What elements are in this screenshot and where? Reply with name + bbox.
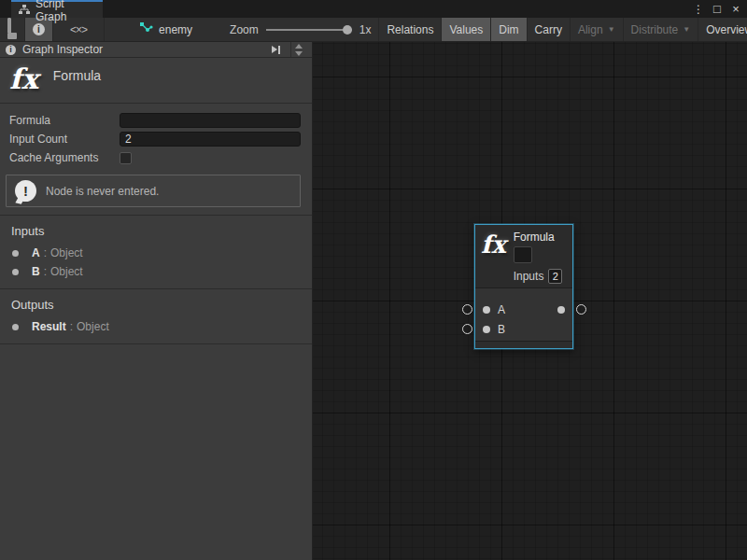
outputs-header: Outputs xyxy=(0,296,312,317)
titlebar: Script Graph ⋮ □ × xyxy=(0,0,747,18)
relations-button[interactable]: Relations xyxy=(378,18,441,41)
carry-button[interactable]: Carry xyxy=(527,18,570,41)
node-port-row-b: B xyxy=(483,319,565,339)
unit-title-block: fx Formula xyxy=(0,58,312,104)
code-icon: <×> xyxy=(61,23,96,36)
window-controls: ⋮ □ × xyxy=(691,0,743,18)
window-menu-icon[interactable]: ⋮ xyxy=(691,2,706,17)
tab-label: Script Graph xyxy=(35,0,95,23)
port-bullet-icon xyxy=(12,250,19,257)
graph-toolbar: i <×> enemy Zoom 1x xyxy=(0,18,747,42)
main-area: i Graph Inspector fx Formula Formula xyxy=(0,42,747,560)
scroll-up-icon[interactable] xyxy=(295,44,303,49)
align-dropdown[interactable]: Align ▼ xyxy=(570,18,623,41)
graph-inspector-header: i Graph Inspector xyxy=(0,42,312,58)
info-icon: i xyxy=(33,23,45,35)
zoom-slider-handle[interactable] xyxy=(343,25,352,35)
maximize-icon[interactable]: □ xyxy=(710,2,725,17)
input-port-row-b: B : Object xyxy=(0,262,312,281)
formula-node-footer xyxy=(475,341,572,348)
output-port-row-result: Result : Object xyxy=(0,317,312,336)
info-icon: i xyxy=(6,45,16,55)
breadcrumb-label: enemy xyxy=(159,23,192,36)
zoom-level-readout: 1x xyxy=(359,23,372,36)
formula-node-ports: A B xyxy=(475,288,572,341)
input-port-dot-a[interactable] xyxy=(483,306,490,314)
graph-hierarchy-icon xyxy=(19,5,30,15)
formula-input[interactable] xyxy=(120,113,301,128)
node-input-count-field[interactable]: 2 xyxy=(548,269,562,284)
inputs-header: Inputs xyxy=(0,222,312,244)
formula-fx-icon: fx xyxy=(9,65,38,93)
toolbar-buttons: Relations Values Dim Carry Align ▼ Distr… xyxy=(378,18,747,41)
inspector-empty-area xyxy=(0,344,312,560)
formula-field-row: Formula xyxy=(6,111,301,130)
formula-fx-icon: fx xyxy=(481,232,506,287)
outputs-section: Outputs Result : Object xyxy=(0,289,312,344)
lock-button[interactable] xyxy=(0,18,25,41)
port-bullet-icon xyxy=(12,324,19,330)
external-port-ring-a[interactable] xyxy=(462,304,472,315)
graph-canvas[interactable]: fx Formula Inputs 2 A xyxy=(313,42,747,560)
formula-label: Formula xyxy=(6,114,120,127)
graph-nodes-icon xyxy=(140,22,153,36)
close-icon[interactable]: × xyxy=(728,2,743,17)
input-count-label: Input Count xyxy=(6,133,120,146)
zoom-control: Zoom 1x xyxy=(230,18,371,41)
formula-node-title: Formula xyxy=(514,231,563,244)
formula-node[interactable]: fx Formula Inputs 2 A xyxy=(474,224,573,349)
unit-name: Formula xyxy=(53,68,101,83)
breadcrumb-graph-enemy[interactable]: enemy xyxy=(131,18,202,41)
chevron-down-icon: ▼ xyxy=(683,25,690,34)
external-port-ring-b[interactable] xyxy=(462,324,472,334)
warning-message-box: ! Node is never entered. xyxy=(6,175,301,207)
zoom-slider[interactable] xyxy=(266,24,352,35)
port-bullet-icon xyxy=(12,269,19,275)
panel-scroll-spinner[interactable] xyxy=(290,42,306,57)
warning-text: Node is never entered. xyxy=(46,185,159,198)
input-port-row-a: A : Object xyxy=(0,244,312,262)
input-count-field-row: Input Count xyxy=(6,130,301,148)
distribute-dropdown[interactable]: Distribute ▼ xyxy=(623,18,698,41)
values-button[interactable]: Values xyxy=(441,18,490,41)
scroll-down-icon[interactable] xyxy=(295,51,303,56)
graph-inspector-panel: i Graph Inspector fx Formula Formula xyxy=(0,42,313,560)
formula-node-header[interactable]: fx Formula Inputs 2 xyxy=(475,225,572,288)
zoom-slider-track xyxy=(266,29,352,31)
input-port-dot-b[interactable] xyxy=(483,326,490,333)
node-port-row-a: A xyxy=(483,300,565,319)
chevron-down-icon: ▼ xyxy=(608,25,615,34)
node-inputs-label: Inputs xyxy=(514,270,544,283)
dock-right-icon[interactable] xyxy=(268,46,284,54)
unit-settings: Formula Input Count Cache Arguments ! xyxy=(0,104,312,216)
cache-arguments-field-row: Cache Arguments xyxy=(6,148,301,167)
cache-arguments-checkbox[interactable] xyxy=(120,152,132,164)
cache-arguments-label: Cache Arguments xyxy=(6,151,120,164)
overview-button[interactable]: Overview xyxy=(698,18,747,41)
zoom-label: Zoom xyxy=(230,23,259,36)
unity-script-graph-window: Script Graph ⋮ □ × i <×> xyxy=(0,0,747,560)
dim-button[interactable]: Dim xyxy=(490,18,526,41)
graph-inspector-title: Graph Inspector xyxy=(22,43,261,56)
input-count-input[interactable] xyxy=(120,132,301,147)
warning-bubble-icon: ! xyxy=(15,180,36,202)
node-formula-input[interactable] xyxy=(514,246,532,263)
external-port-ring-result[interactable] xyxy=(576,304,586,315)
lock-icon xyxy=(7,20,17,39)
inputs-section: Inputs A : Object B : Object xyxy=(0,216,312,289)
output-port-dot-result[interactable] xyxy=(557,306,565,314)
tab-script-graph[interactable]: Script Graph xyxy=(11,0,103,18)
